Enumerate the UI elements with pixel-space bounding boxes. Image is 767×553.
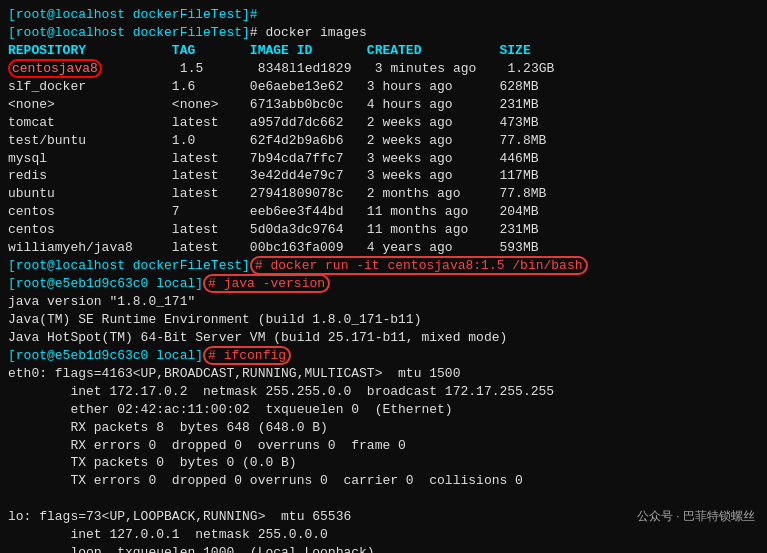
line-docker-run-cmd: [root@localhost dockerFileTest]# docker …: [8, 257, 759, 275]
line-docker-images-cmd: [root@localhost dockerFileTest]# docker …: [8, 24, 759, 42]
line-eth0-rx-packets: RX packets 8 bytes 648 (648.0 B): [8, 419, 759, 437]
terminal-window: [root@localhost dockerFileTest]# [root@l…: [0, 0, 767, 553]
line-java-hotspot: Java HotSpot(TM) 64-Bit Server VM (build…: [8, 329, 759, 347]
table-row-williamyeh: williamyeh/java8 latest 00bc163fa009 4 y…: [8, 239, 759, 257]
table-row-slf-docker: slf_docker 1.6 0e6aebe13e62 3 hours ago …: [8, 78, 759, 96]
table-row-centos7: centos 7 eeb6ee3f44bd 11 months ago 204M…: [8, 203, 759, 221]
line-blank1: [8, 490, 759, 508]
table-row-mysql: mysql latest 7b94cda7ffc7 3 weeks ago 44…: [8, 150, 759, 168]
line-lo-loop: loop txqueuelen 1000 (Local Loopback): [8, 544, 759, 553]
table-header: REPOSITORY TAG IMAGE ID CREATED SIZE: [8, 42, 759, 60]
line-0: [root@localhost dockerFileTest]#: [8, 6, 759, 24]
table-row-centos-latest: centos latest 5d0da3dc9764 11 months ago…: [8, 221, 759, 239]
table-row-testbuntu: test/buntu 1.0 62f4d2b9a6b6 2 weeks ago …: [8, 132, 759, 150]
table-row-centosjava8: centosjava8 1.5 8348l1ed1829 3 minutes a…: [8, 60, 759, 78]
line-java-version-cmd: [root@e5eb1d9c63c0 local]# java -version: [8, 275, 759, 293]
line-eth0-ether: ether 02:42:ac:11:00:02 txqueuelen 0 (Et…: [8, 401, 759, 419]
table-row-redis: redis latest 3e42dd4e79c7 3 weeks ago 11…: [8, 167, 759, 185]
table-row-ubuntu: ubuntu latest 27941809078c 2 months ago …: [8, 185, 759, 203]
line-lo-inet: inet 127.0.0.1 netmask 255.0.0.0: [8, 526, 759, 544]
line-eth0-tx-packets: TX packets 0 bytes 0 (0.0 B): [8, 454, 759, 472]
line-ifconfig-cmd: [root@e5eb1d9c63c0 local]# ifconfig: [8, 347, 759, 365]
line-java-se: Java(TM) SE Runtime Environment (build 1…: [8, 311, 759, 329]
line-eth0-inet: inet 172.17.0.2 netmask 255.255.0.0 broa…: [8, 383, 759, 401]
table-row-none: <none> <none> 6713abb0bc0c 4 hours ago 2…: [8, 96, 759, 114]
table-row-tomcat: tomcat latest a957dd7dc662 2 weeks ago 4…: [8, 114, 759, 132]
line-java-version-out: java version "1.8.0_171": [8, 293, 759, 311]
line-eth0-rx-errors: RX errors 0 dropped 0 overruns 0 frame 0: [8, 437, 759, 455]
line-eth0-tx-errors: TX errors 0 dropped 0 overruns 0 carrier…: [8, 472, 759, 490]
watermark: 公众号 · 巴菲特锁螺丝: [637, 508, 755, 525]
line-eth0-flags: eth0: flags=4163<UP,BROADCAST,RUNNING,MU…: [8, 365, 759, 383]
